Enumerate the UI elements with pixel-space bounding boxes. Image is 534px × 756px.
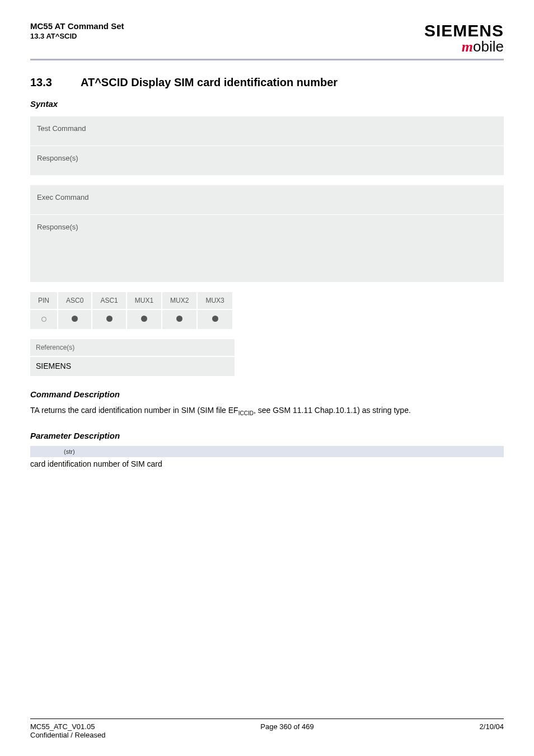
command-description-heading: Command Description xyxy=(30,389,504,399)
col-mux1: MUX1 xyxy=(127,292,162,309)
command-description-text: TA returns the card identification numbe… xyxy=(30,405,504,417)
col-pin: PIN xyxy=(30,292,58,309)
cell-mux2 xyxy=(162,309,197,329)
pin-capability-table: PIN ASC0 ASC1 MUX1 MUX2 MUX3 xyxy=(30,292,233,329)
cell-asc0 xyxy=(58,309,92,329)
logo-siemens-text: SIEMENS xyxy=(424,21,504,40)
dot-filled-icon xyxy=(72,316,78,322)
section-title-text: AT^SCID Display SIM card identification … xyxy=(81,76,338,88)
dot-filled-icon xyxy=(106,316,113,322)
logo-obile-text: obile xyxy=(473,38,504,55)
cell-mux3 xyxy=(197,309,232,329)
footer-confidential: Confidential / Released xyxy=(30,731,504,739)
dot-filled-icon xyxy=(212,316,218,322)
logo-m-letter: m xyxy=(462,39,473,55)
parameter-description-text: card identification number of SIM card xyxy=(30,459,504,468)
footer-divider xyxy=(30,719,504,719)
test-response-block: Response(s) xyxy=(30,146,504,175)
test-command-label: Test Command xyxy=(37,124,86,133)
reference-box: Reference(s) SIEMENS xyxy=(30,339,235,376)
test-response-label: Response(s) xyxy=(37,154,78,162)
table-header-row: PIN ASC0 ASC1 MUX1 MUX2 MUX3 xyxy=(30,292,233,309)
dot-empty-icon xyxy=(41,317,46,322)
footer-page: Page 360 of 469 xyxy=(260,722,313,731)
exec-command-label: Exec Command xyxy=(37,193,88,201)
col-mux3: MUX3 xyxy=(197,292,232,309)
logo-mobile-text: mobile xyxy=(424,38,504,55)
exec-response-block: Response(s) xyxy=(30,215,504,282)
header-left: MC55 AT Command Set 13.3 AT^SCID xyxy=(30,21,124,40)
brand-logo: SIEMENS mobile xyxy=(424,21,504,55)
doc-title: MC55 AT Command Set xyxy=(30,21,124,31)
page-footer: MC55_ATC_V01.05 Page 360 of 469 2/10/04 … xyxy=(30,719,504,739)
reference-heading: Reference(s) xyxy=(30,339,235,357)
parameter-description-heading: Parameter Description xyxy=(30,431,504,440)
cmd-desc-sub: ICCID xyxy=(238,410,254,416)
spacer xyxy=(30,175,504,185)
footer-date: 2/10/04 xyxy=(480,722,504,731)
exec-command-block: Exec Command xyxy=(30,185,504,214)
parameter-type-bar: (str) xyxy=(30,446,504,457)
col-asc0: ASC0 xyxy=(58,292,92,309)
page-header: MC55 AT Command Set 13.3 AT^SCID SIEMENS… xyxy=(30,21,504,55)
dot-filled-icon xyxy=(141,316,147,322)
exec-response-label: Response(s) xyxy=(37,223,78,231)
table-row xyxy=(30,309,233,329)
cell-pin xyxy=(30,309,58,329)
dot-filled-icon xyxy=(176,316,182,322)
test-command-block: Test Command xyxy=(30,116,504,145)
footer-left: MC55_ATC_V01.05 xyxy=(30,722,95,731)
col-mux2: MUX2 xyxy=(162,292,197,309)
spacer xyxy=(30,282,504,292)
header-divider xyxy=(30,59,504,60)
reference-body: SIEMENS xyxy=(30,357,235,376)
footer-row: MC55_ATC_V01.05 Page 360 of 469 2/10/04 xyxy=(30,722,504,731)
cmd-desc-post: , see GSM 11.11 Chap.10.1.1) as string t… xyxy=(254,406,411,415)
footer-doc-id: MC55_ATC_V01.05 xyxy=(30,722,95,731)
section-number: 13.3 xyxy=(30,76,81,89)
syntax-heading: Syntax xyxy=(30,99,504,109)
cmd-desc-pre: TA returns the card identification numbe… xyxy=(30,406,238,415)
col-asc1: ASC1 xyxy=(92,292,126,309)
cell-asc1 xyxy=(92,309,126,329)
section-heading: 13.3AT^SCID Display SIM card identificat… xyxy=(30,76,504,89)
cell-mux1 xyxy=(127,309,162,329)
doc-subtitle: 13.3 AT^SCID xyxy=(30,32,124,40)
